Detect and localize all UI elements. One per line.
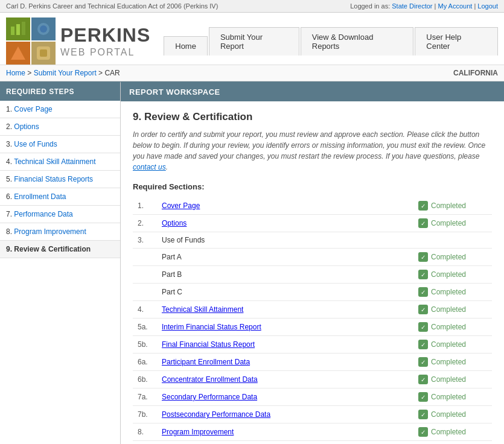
sidebar-item-link[interactable]: Performance Data [14, 210, 72, 218]
main-nav: Home Submit Your Report View & Download … [162, 27, 498, 56]
status-text: Completed [431, 340, 466, 349]
sidebar-item-num: 9. [6, 245, 12, 253]
login-info: Logged in as: State Director | My Accoun… [350, 2, 498, 10]
sidebar-item-1[interactable]: 1. Cover Page [0, 101, 120, 118]
sidebar-item-num: 1. [6, 105, 12, 113]
section-status: ✓Completed [413, 197, 492, 215]
section-name: Part A [157, 249, 413, 266]
table-row: 5a.Interim Financial Status Report✓Compl… [133, 319, 492, 336]
table-row: 5b.Final Financial Status Report✓Complet… [133, 336, 492, 354]
breadcrumb-submit-report[interactable]: Submit Your Report [34, 69, 97, 77]
table-row: 4.Technical Skill Attainment✓Completed [133, 301, 492, 319]
logo-web-portal: WEB PORTAL [60, 47, 150, 58]
table-row: Part A✓Completed [133, 249, 492, 266]
sidebar-item-link[interactable]: Enrollment Data [14, 192, 66, 201]
section-name: Use of Funds [157, 232, 413, 249]
breadcrumb: Home > Submit Your Report > CAR [6, 69, 120, 77]
nav-home[interactable]: Home [164, 36, 208, 56]
sidebar-item-num: 8. [6, 227, 12, 236]
sidebar-item-3[interactable]: 3. Use of Funds [0, 136, 120, 153]
sidebar-item-4[interactable]: 4. Technical Skill Attainment [0, 153, 120, 171]
table-row: 2.Options✓Completed [133, 215, 492, 232]
section-name[interactable]: Technical Skill Attainment [157, 301, 413, 319]
section-name[interactable]: Secondary Performance Data [157, 388, 413, 406]
table-row: 1.Cover Page✓Completed [133, 197, 492, 215]
status-text: Completed [431, 323, 466, 331]
sidebar-item-link[interactable]: Financial Status Reports [14, 175, 93, 183]
svg-rect-0 [11, 27, 14, 35]
section-link[interactable]: Interim Financial Status Report [162, 323, 261, 331]
sidebar-item-8[interactable]: 8. Program Improvement [0, 223, 120, 241]
sidebar-item-link[interactable]: Use of Funds [14, 140, 57, 148]
nav-help[interactable]: User Help Center [415, 27, 498, 56]
section-name[interactable]: Final Financial Status Report [157, 336, 413, 354]
table-row: 6a.Participant Enrollment Data✓Completed [133, 354, 492, 371]
sidebar-item-6[interactable]: 6. Enrollment Data [0, 188, 120, 206]
logo-area: PERKINS WEB PORTAL [6, 17, 150, 65]
nav-submit-report[interactable]: Submit Your Report [209, 27, 299, 56]
logo-icon-tan [31, 42, 56, 65]
sidebar-item-num: 5. [6, 175, 12, 183]
section-name[interactable]: Participant Enrollment Data [157, 354, 413, 371]
sidebar-item-2[interactable]: 2. Options [0, 118, 120, 136]
status-text: Completed [431, 253, 466, 261]
my-account-link[interactable]: My Account [438, 2, 473, 10]
logo-text: PERKINS WEB PORTAL [60, 25, 150, 58]
app-title: Carl D. Perkins Career and Technical Edu… [6, 2, 218, 10]
sidebar-item-num: 4. [6, 157, 12, 166]
status-text: Completed [431, 305, 466, 314]
section-link[interactable]: Cover Page [162, 201, 200, 210]
section-link[interactable]: Final Financial Status Report [162, 340, 255, 349]
section-link[interactable]: Secondary Performance Data [162, 393, 257, 401]
table-row: 7a.Secondary Performance Data✓Completed [133, 388, 492, 406]
section-name[interactable]: Program Improvement [157, 423, 413, 441]
section-num: 8. [133, 423, 157, 441]
breadcrumb-home[interactable]: Home [6, 69, 25, 77]
section-num [133, 284, 157, 301]
top-bar: Carl D. Perkins Career and Technical Edu… [0, 0, 504, 13]
sidebar-item-link[interactable]: Program Improvement [14, 227, 86, 236]
main-content: REQUIRED STEPS 1. Cover Page2. Options3.… [0, 81, 504, 444]
table-row: 6b.Concentrator Enrollment Data✓Complete… [133, 371, 492, 388]
sidebar-item-9: 9. Review & Certification [0, 241, 120, 258]
section-link[interactable]: Technical Skill Attainment [162, 305, 243, 314]
section-status: ✓Completed [413, 406, 492, 423]
sidebar-item-num: 7. [6, 210, 12, 218]
section-link[interactable]: Program Improvement [162, 428, 234, 436]
contact-us-link[interactable]: contact us [133, 163, 166, 171]
sidebar-item-link[interactable]: Cover Page [14, 105, 52, 113]
section-name[interactable]: Postsecondary Performance Data [157, 406, 413, 423]
sidebar-item-link[interactable]: Technical Skill Attainment [14, 157, 95, 166]
sidebar-item-num: 2. [6, 122, 12, 131]
svg-marker-5 [11, 46, 25, 60]
status-check-icon: ✓ [418, 218, 428, 228]
nav-view-download[interactable]: View & Download Reports [301, 27, 414, 56]
section-link[interactable]: Postsecondary Performance Data [162, 410, 270, 419]
status-check-icon: ✓ [418, 340, 428, 349]
sidebar-title: REQUIRED STEPS [0, 83, 120, 101]
section-heading: 9. Review & Certification [133, 111, 492, 123]
workspace: REPORT WORKSPACE 9. Review & Certificati… [121, 81, 504, 444]
sidebar-item-link[interactable]: Options [14, 122, 39, 131]
sidebar-item-5[interactable]: 5. Financial Status Reports [0, 171, 120, 188]
section-name[interactable]: Options [157, 215, 413, 232]
section-name: Part C [157, 284, 413, 301]
section-name[interactable]: Interim Financial Status Report [157, 319, 413, 336]
section-link[interactable]: Concentrator Enrollment Data [162, 375, 258, 384]
logout-link[interactable]: Logout [477, 2, 498, 10]
sections-table: 1.Cover Page✓Completed2.Options✓Complete… [133, 197, 492, 441]
section-num: 2. [133, 215, 157, 232]
section-name[interactable]: Cover Page [157, 197, 413, 215]
section-status: ✓Completed [413, 319, 492, 336]
status-text: Completed [431, 410, 466, 419]
required-sections-label: Required Sections: [133, 182, 492, 191]
state-director-link[interactable]: State Director [392, 2, 432, 10]
section-status: ✓Completed [413, 266, 492, 284]
sidebar-item-7[interactable]: 7. Performance Data [0, 206, 120, 223]
status-text: Completed [431, 375, 466, 384]
section-link[interactable]: Participant Enrollment Data [162, 358, 250, 366]
status-check-icon: ✓ [418, 427, 428, 437]
section-num: 3. [133, 232, 157, 249]
section-link[interactable]: Options [162, 219, 187, 227]
section-name[interactable]: Concentrator Enrollment Data [157, 371, 413, 388]
